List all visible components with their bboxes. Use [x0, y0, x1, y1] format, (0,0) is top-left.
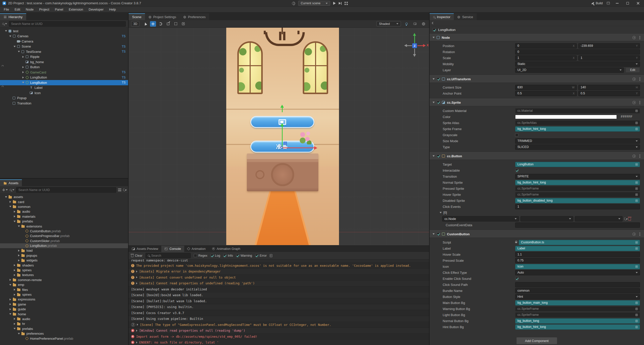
console-row[interactable]: !The provided project name 'com.haiskyno… [129, 263, 429, 269]
regex-checkbox[interactable] [194, 254, 197, 257]
chevron-down-icon[interactable] [440, 212, 442, 213]
console-clear-button[interactable]: Clear [131, 254, 142, 257]
section-button-header[interactable]: cc.Button [430, 152, 644, 160]
chevron-down-icon[interactable] [14, 221, 16, 222]
chevron-right-icon[interactable] [14, 294, 15, 296]
more-icon[interactable] [639, 79, 640, 80]
filter-warning[interactable]: Warning [236, 254, 252, 257]
console-row[interactable]: ✕Import asset form -> db://assets/emp/sp… [129, 334, 429, 340]
locate-icon[interactable] [635, 326, 638, 328]
hierarchy-node-label[interactable]: TLabel [0, 85, 128, 91]
asset-folder[interactable]: shaders [0, 263, 128, 267]
filter-info[interactable]: Info [223, 254, 233, 257]
hierarchy-node-testscene[interactable]: TestSceneTS [0, 49, 128, 54]
click-events-count-field[interactable]: 1 [515, 204, 640, 209]
asset-folder[interactable]: common [0, 204, 128, 209]
content-size-w-field[interactable]: 630W [515, 85, 577, 90]
sprite-atlas-field[interactable]: cc.SpriteAtlas [515, 120, 640, 126]
hierarchy-node-button[interactable]: Button [0, 65, 128, 70]
asset-folder[interactable]: common-remote [0, 278, 128, 282]
build-button[interactable]: Build [591, 2, 603, 5]
disabled-sprite-field[interactable]: bg_button_disabled_long [515, 198, 640, 203]
asset-folder[interactable]: prefabs [0, 219, 128, 224]
filter-error[interactable]: Error [255, 254, 267, 257]
help-icon[interactable] [632, 155, 636, 158]
refresh-icon[interactable] [624, 217, 627, 221]
tab-assets[interactable]: Assets [0, 179, 22, 186]
click-sound-path-field[interactable] [515, 282, 640, 287]
mobility-select[interactable]: Static [515, 61, 640, 67]
hover-scale-field[interactable]: 1.1 [515, 252, 640, 257]
gizmo-z-cube[interactable]: Z [412, 43, 417, 48]
help-icon[interactable] [632, 101, 636, 104]
asset-folder[interactable]: files [0, 287, 128, 292]
button-style-select[interactable]: Hint [515, 294, 640, 299]
hierarchy-search-input[interactable]: Search Name or UUID [9, 21, 126, 27]
section-uitransform-header[interactable]: cc.UITransform [430, 75, 644, 83]
gizmo-y-axis[interactable] [282, 126, 283, 148]
assets-search-input[interactable]: Search Name or UUID [16, 187, 116, 193]
chevron-right-icon[interactable] [14, 264, 15, 266]
menu-developer[interactable]: Developer [86, 8, 106, 11]
chevron-down-icon[interactable] [5, 30, 7, 32]
view-settings-button[interactable] [421, 21, 427, 27]
asset-prefab[interactable]: CustomSlider.prefab [0, 239, 128, 243]
hint-button-bg-field[interactable]: bg_button_hint_long [515, 324, 640, 330]
asset-folder[interactable]: home [0, 312, 128, 316]
asset-folder[interactable]: textures [0, 273, 128, 277]
locate-icon[interactable] [635, 314, 638, 316]
rotation-field[interactable]: 0 [515, 49, 640, 55]
sprite-frame-field[interactable]: bg_button_hint_long [515, 126, 640, 132]
chevron-right-icon[interactable] [22, 56, 24, 58]
locate-icon[interactable] [635, 181, 638, 184]
console-row[interactable]: ✕ENOENT: no such file or directory, lsta… [129, 340, 429, 345]
event-target-select[interactable]: cc.Node [442, 216, 519, 221]
click-event-0[interactable]: [0] [430, 210, 644, 216]
hierarchy-node-ripple[interactable]: Ripple [0, 54, 128, 60]
layer-select[interactable]: UI_2D [515, 67, 624, 73]
anchor-x-field[interactable]: 0.5X [515, 91, 577, 96]
expand-icon[interactable] [136, 282, 137, 284]
scale-y-field[interactable]: 1Y [578, 55, 640, 61]
asset-folder[interactable]: preferences [0, 331, 128, 336]
asset-folder[interactable]: audio [0, 317, 128, 321]
chevron-down-icon[interactable] [433, 102, 435, 103]
type-select[interactable]: SLICED [515, 144, 640, 150]
asset-folder[interactable]: card [0, 199, 128, 204]
anchor-y-field[interactable]: 0.5Y [578, 91, 640, 96]
color-swatch[interactable] [515, 115, 617, 119]
locate-icon[interactable] [635, 110, 638, 112]
hierarchy-node-camera[interactable]: Camera [0, 39, 128, 44]
gizmo-center-handle[interactable] [281, 146, 283, 148]
event-method-select[interactable] [575, 216, 623, 221]
console-log-list[interactable]: request namespace: device-list !The prov… [129, 259, 429, 345]
node-active-checkbox[interactable] [433, 28, 436, 31]
tab-scene[interactable]: Scene [129, 13, 145, 20]
filter-regex[interactable]: Regex [194, 254, 207, 257]
package-icon[interactable] [607, 2, 610, 5]
console-row[interactable]: [Scene] meshopt wasm decoder initialized [129, 286, 429, 292]
menu-project[interactable]: Project [36, 8, 52, 11]
scene-viewport[interactable]: 准备 X [129, 28, 429, 245]
console-row[interactable]: ✕[Window] Cannot read properties of null… [129, 328, 429, 334]
tab-animation-graph[interactable]: Animation Graph [209, 246, 244, 252]
icon-ref-field[interactable]: Icon [515, 264, 640, 269]
chevron-down-icon[interactable] [433, 78, 435, 80]
locate-icon[interactable] [635, 320, 638, 322]
chevron-right-icon[interactable] [18, 254, 20, 256]
chevron-down-icon[interactable] [433, 155, 435, 157]
hierarchy-filter-button[interactable] [2, 23, 7, 25]
chevron-right-icon[interactable] [14, 289, 15, 291]
chevron-right-icon[interactable] [10, 279, 11, 281]
light-button-bg-field[interactable]: cc.SpriteFrame [515, 312, 640, 318]
scale-x-field[interactable]: 1X [515, 55, 577, 61]
assets-filter-button[interactable] [10, 189, 14, 191]
chevron-down-icon[interactable] [18, 225, 20, 227]
content-size-h-field[interactable]: 140H [578, 85, 640, 90]
play-button[interactable] [333, 2, 336, 5]
chevron-right-icon[interactable] [10, 201, 11, 203]
size-mode-select[interactable]: TRIMMED [515, 138, 640, 144]
game-canvas[interactable]: 准备 [226, 28, 339, 245]
chevron-right-icon[interactable] [10, 298, 11, 300]
preview-device-icon[interactable] [292, 2, 295, 5]
